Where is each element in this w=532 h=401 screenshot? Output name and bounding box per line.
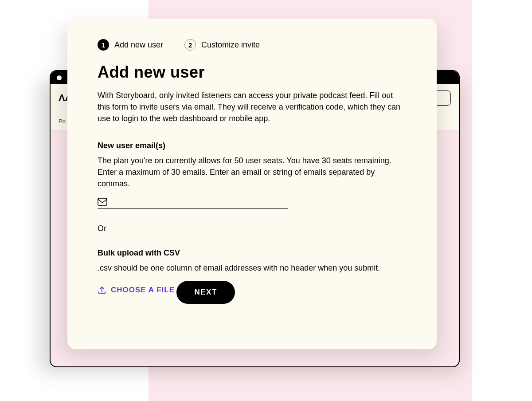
step-1[interactable]: 1 Add new user bbox=[98, 39, 163, 51]
modal-title: Add new user bbox=[98, 63, 407, 82]
step-2-badge: 2 bbox=[184, 39, 196, 51]
step-2-label: Customize invite bbox=[201, 40, 260, 50]
upload-icon bbox=[98, 286, 106, 295]
csv-section-label: Bulk upload with CSV bbox=[98, 248, 407, 258]
step-2[interactable]: 2 Customize invite bbox=[184, 39, 260, 51]
add-user-modal: 1 Add new user 2 Customize invite Add ne… bbox=[67, 19, 437, 349]
step-1-label: Add new user bbox=[114, 40, 163, 50]
wizard-stepper: 1 Add new user 2 Customize invite bbox=[98, 39, 407, 51]
csv-section-help: .csv should be one column of email addre… bbox=[98, 262, 407, 274]
email-section-help: The plan you're on currently allows for … bbox=[98, 155, 407, 189]
modal-description: With Storyboard, only invited listeners … bbox=[98, 90, 407, 124]
step-1-badge: 1 bbox=[98, 39, 109, 51]
svg-rect-0 bbox=[98, 198, 107, 205]
or-divider: Or bbox=[98, 224, 407, 233]
email-section-label: New user email(s) bbox=[98, 141, 407, 150]
choose-file-button[interactable]: CHOOSE A FILE bbox=[98, 286, 175, 295]
email-input[interactable] bbox=[112, 198, 288, 206]
mail-icon bbox=[98, 198, 107, 206]
email-input-container bbox=[98, 198, 288, 209]
window-control-dot bbox=[57, 75, 62, 80]
choose-file-label: CHOOSE A FILE bbox=[111, 286, 175, 295]
next-button[interactable]: NEXT bbox=[176, 281, 235, 304]
